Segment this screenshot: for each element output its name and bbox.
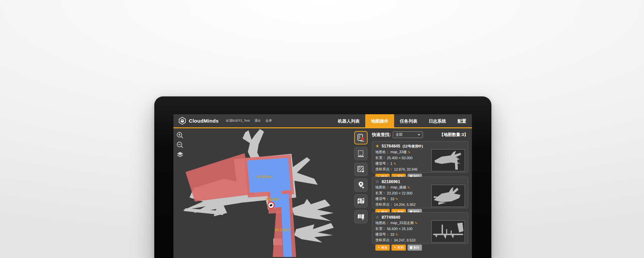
copy-map-button[interactable]: ✎复制 xyxy=(391,245,406,251)
edit-map-button[interactable]: ✎修改 xyxy=(375,245,390,251)
nav-config[interactable]: 配置 xyxy=(452,114,472,128)
map-size-value: 25.400 × 50.000 xyxy=(387,156,413,160)
map-origin-value: 34.247, 8.533 xyxy=(394,238,416,242)
map-name-value: map_33楼 xyxy=(390,150,407,155)
map-floor-value: 33 xyxy=(390,197,394,201)
tool-poi-list[interactable] xyxy=(354,131,368,144)
map-floor-value: 33 xyxy=(390,232,394,236)
cloudminds-logo-icon xyxy=(178,117,186,125)
app-window: CloudMinds 欢迎BJDT2_Test 退出 全屏 机器人列表 地图操作… xyxy=(173,114,472,258)
brand-name: CloudMinds xyxy=(189,118,219,124)
zoom-in-icon xyxy=(176,132,184,139)
map-origin-value: 14.204, 5.952 xyxy=(394,203,416,207)
map-viewport[interactable]: 40.519m² 8.614m² 80.215m² xyxy=(173,128,353,257)
field-label-floor: 楼层号： xyxy=(375,161,389,166)
top-nav-bar: CloudMinds 欢迎BJDT2_Test 退出 全屏 机器人列表 地图操作… xyxy=(173,114,472,128)
poi-list-icon xyxy=(357,133,365,142)
tool-map-upload[interactable] xyxy=(354,210,368,223)
tool-add-poi[interactable] xyxy=(354,178,368,192)
map-card: ☆ 87749840 地图名：map_33层走廊✎ 长宽：56.600 × 25… xyxy=(372,212,468,244)
map-list-panel: 快速查找: 全部 【地图数量:3】 ★ 51764845 (12号使用中) 地图… xyxy=(369,128,472,257)
pencil-icon: ✎ xyxy=(378,246,380,249)
map-thumbnail[interactable] xyxy=(431,185,465,207)
map-count-label: 【地图数量:3】 xyxy=(439,132,468,138)
map-thumbnail[interactable] xyxy=(431,220,465,243)
map-name-value: map_33层走廊 xyxy=(390,221,414,225)
main-nav: 机器人列表 地图操作 任务列表 日志系统 配置 xyxy=(332,114,472,127)
tool-add-zone[interactable] xyxy=(354,163,368,176)
layers-icon xyxy=(176,151,184,159)
field-label-name: 地图名： xyxy=(375,185,389,190)
map-in-use-badge: (12号使用中) xyxy=(402,144,423,149)
map-upload-icon xyxy=(357,212,365,221)
map-card: ☆ 82186961 地图名：map_腿腿✎ 长宽：23.200 × 22.90… xyxy=(372,177,468,208)
edit-floor-icon[interactable]: ✎ xyxy=(395,197,398,201)
map-thumbnail-image xyxy=(432,185,465,207)
tool-measure-area[interactable] xyxy=(354,147,368,160)
map-annotate-icon xyxy=(357,197,365,205)
field-label-size: 长宽： xyxy=(375,226,386,231)
chevron-down-icon xyxy=(418,134,420,136)
favorite-star-icon[interactable]: ★ xyxy=(375,143,379,148)
map-size-value: 56.600 × 25.100 xyxy=(387,227,413,231)
field-label-size: 长宽： xyxy=(375,156,386,160)
favorite-star-icon[interactable]: ☆ xyxy=(375,179,379,184)
map-tool-rail xyxy=(353,128,369,257)
map-origin-value: 12.874, 33.946 xyxy=(394,167,418,171)
field-label-origin: 坐标原点： xyxy=(375,202,393,207)
map-size-value: 23.200 × 22.900 xyxy=(387,191,413,195)
favorite-star-icon[interactable]: ☆ xyxy=(375,215,379,220)
map-id: 87749840 xyxy=(382,215,400,220)
measure-area-icon xyxy=(357,149,365,158)
map-thumbnail-image xyxy=(432,149,465,171)
map-thumbnail[interactable] xyxy=(431,149,465,171)
area-label-1: 40.519m² xyxy=(257,175,272,179)
trash-icon xyxy=(410,246,412,249)
filter-select[interactable]: 全部 xyxy=(393,131,423,138)
filter-selected-value: 全部 xyxy=(395,132,402,137)
field-label-name: 地图名： xyxy=(375,150,389,155)
map-id: 51764845 xyxy=(382,144,400,148)
area-label-2: 8.614m² xyxy=(266,197,280,201)
map-card: ★ 51764845 (12号使用中) 地图名：map_33楼✎ 长宽：25.4… xyxy=(372,141,468,173)
map-zoom-controls xyxy=(176,132,184,159)
nav-map-operations[interactable]: 地图操作 xyxy=(365,114,394,128)
welcome-text: 欢迎BJDT2_Test xyxy=(226,119,250,123)
zoom-out-button[interactable] xyxy=(176,141,184,149)
field-label-floor: 楼层号： xyxy=(375,197,389,201)
add-poi-icon xyxy=(357,181,365,189)
brand-logo: CloudMinds xyxy=(173,114,219,127)
fullscreen-link[interactable]: 全屏 xyxy=(266,119,272,123)
tool-map-annotate[interactable] xyxy=(354,194,368,208)
area-label-3: 80.215m² xyxy=(275,228,290,232)
laptop-mockup: CloudMinds 欢迎BJDT2_Test 退出 全屏 机器人列表 地图操作… xyxy=(154,96,491,258)
nav-robot-list[interactable]: 机器人列表 xyxy=(332,114,365,128)
robot-marker[interactable] xyxy=(268,202,274,209)
edit-name-icon[interactable]: ✎ xyxy=(415,221,417,225)
field-label-origin: 坐标原点： xyxy=(375,167,393,172)
nav-log-system[interactable]: 日志系统 xyxy=(423,114,452,128)
layers-button[interactable] xyxy=(176,151,184,159)
map-floor-value: 1 xyxy=(390,162,392,166)
edit-name-icon[interactable]: ✎ xyxy=(408,150,410,154)
field-label-name: 地图名： xyxy=(375,221,389,225)
map-id: 82186961 xyxy=(382,179,400,184)
pencil-icon: ✎ xyxy=(394,246,396,249)
field-label-origin: 坐标原点： xyxy=(375,238,393,243)
edit-name-icon[interactable]: ✎ xyxy=(407,186,410,189)
webcam-dot xyxy=(322,104,324,106)
delete-map-button[interactable]: 删除 xyxy=(408,245,422,251)
add-zone-icon xyxy=(357,165,365,174)
map-canvas[interactable]: 40.519m² 8.614m² 80.215m² xyxy=(173,128,353,257)
map-name-value: map_腿腿 xyxy=(390,185,406,190)
field-label-floor: 楼层号： xyxy=(375,232,389,237)
edit-floor-icon[interactable]: ✎ xyxy=(393,162,396,166)
map-thumbnail-image xyxy=(432,221,465,242)
logout-link[interactable]: 退出 xyxy=(255,119,261,123)
zoom-in-button[interactable] xyxy=(176,132,184,139)
quick-search-label: 快速查找: xyxy=(372,132,391,138)
zoom-out-icon xyxy=(176,141,184,149)
nav-task-list[interactable]: 任务列表 xyxy=(394,114,423,128)
edit-floor-icon[interactable]: ✎ xyxy=(395,233,398,236)
field-label-size: 长宽： xyxy=(375,191,386,196)
